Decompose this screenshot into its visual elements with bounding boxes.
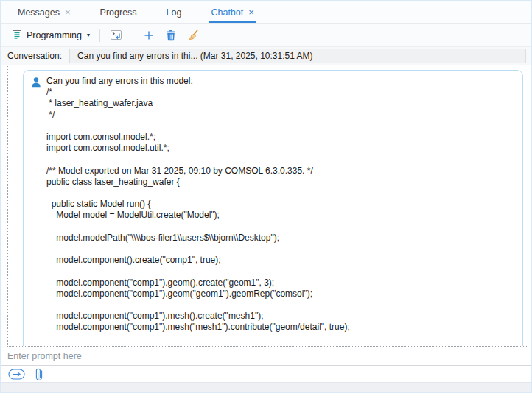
plus-icon	[143, 29, 155, 41]
user-message-bubble: Can you find any errors in this model: /…	[23, 70, 523, 347]
tab-label: Chatbot	[211, 7, 243, 18]
tab-log[interactable]: Log	[165, 1, 183, 23]
tab-chatbot[interactable]: Chatbot ×	[209, 1, 255, 23]
chatbot-toolbar: Programming ▾	[1, 24, 531, 46]
mode-label: Programming	[27, 30, 82, 40]
send-prompt-button[interactable]	[8, 369, 25, 380]
toolbar-separator	[99, 29, 100, 42]
tab-bar: Messages × Progress Log Chatbot ×	[1, 1, 531, 24]
delete-conversation-button[interactable]	[163, 28, 179, 43]
status-strip	[1, 382, 531, 392]
close-icon[interactable]: ×	[248, 7, 254, 17]
trash-icon	[165, 29, 177, 41]
conversation-panel[interactable]: Can you find any errors in this model: /…	[7, 65, 528, 347]
conversation-bar: Conversation: Can you find any errors in…	[1, 46, 531, 65]
conversation-label: Conversation:	[7, 51, 62, 61]
tab-label: Messages	[18, 7, 60, 18]
insert-to-editor-icon	[110, 29, 123, 42]
close-icon[interactable]: ×	[65, 7, 71, 17]
conversation-select[interactable]: Can you find any errors in thi... (Mar 3…	[69, 49, 526, 63]
prompt-input[interactable]	[1, 347, 531, 366]
attach-file-button[interactable]	[35, 367, 43, 381]
tab-messages[interactable]: Messages ×	[16, 1, 72, 23]
clear-conversation-button[interactable]	[185, 28, 201, 43]
prompt-row	[1, 347, 531, 366]
new-conversation-button[interactable]	[141, 28, 157, 43]
tab-progress[interactable]: Progress	[99, 1, 139, 23]
programming-mode-dropdown[interactable]: Programming ▾	[9, 28, 92, 43]
programming-mode-icon	[11, 29, 23, 41]
insert-to-editor-button[interactable]	[108, 27, 125, 43]
prompt-actions	[1, 366, 531, 382]
chatbot-panel: Messages × Progress Log Chatbot ×	[0, 0, 532, 393]
toolbar-separator	[133, 29, 133, 42]
tab-label: Log	[167, 7, 182, 18]
tab-label: Progress	[100, 7, 137, 18]
broom-icon	[187, 29, 199, 41]
conversation-select-value: Can you find any errors in thi... (Mar 3…	[77, 51, 313, 61]
user-avatar-icon	[30, 77, 42, 91]
chevron-down-icon: ▾	[87, 32, 90, 38]
user-message-text: Can you find any errors in this model: /…	[24, 71, 522, 347]
